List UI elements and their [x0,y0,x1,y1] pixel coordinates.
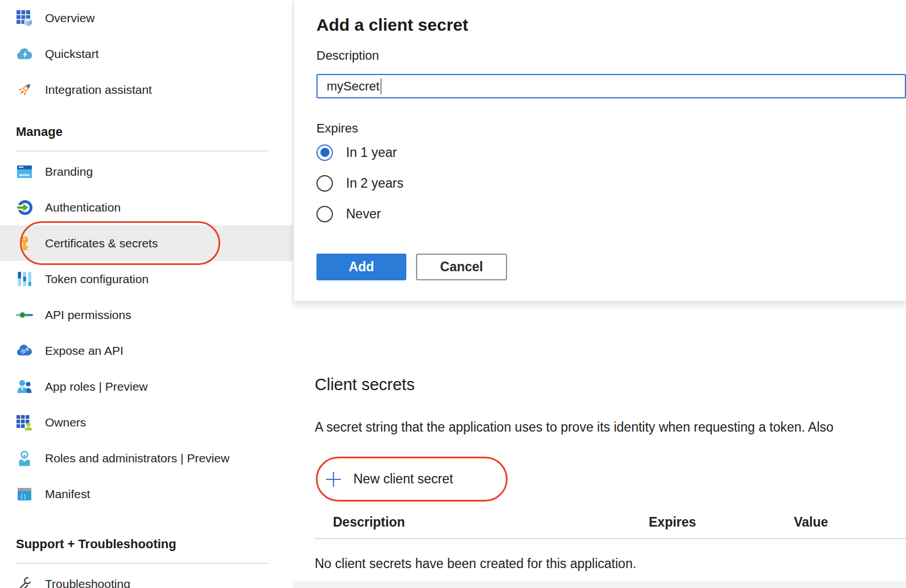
sidebar-item-integration-assistant[interactable]: Integration assistant [0,72,293,107]
sidebar-item-label: Token configuration [45,272,149,286]
description-input[interactable]: mySecret [316,74,906,98]
sidebar-item-label: Expose an API [45,344,123,358]
empty-state-message: No client secrets have been created for … [315,556,906,572]
sidebar-item-label: Manifest [45,487,90,501]
sidebar-item-authentication[interactable]: Authentication [0,189,293,225]
column-header-value: Value [794,515,906,530]
radio-option-in-1-year[interactable]: In 1 year [316,137,906,168]
key-icon [16,235,33,252]
client-secrets-heading: Client secrets [315,375,906,394]
svg-text:{ }: { } [21,493,26,499]
app-roles-icon [16,378,33,395]
sidebar-item-label: Overview [45,11,95,25]
owners-icon [16,414,33,431]
troubleshooting-icon [16,575,33,588]
add-button[interactable]: Add [316,254,406,280]
radio-button[interactable] [316,206,333,222]
sidebar-item-roles-administrators[interactable]: Roles and administrators | Preview [0,440,293,476]
sidebar-section-support: Support + Troubleshooting [0,535,293,554]
api-permissions-icon [16,307,33,324]
sidebar-divider [16,151,269,151]
expires-radio-group: In 1 year In 2 years Never [316,137,906,229]
branding-icon: www [16,163,33,180]
radio-option-in-2-years[interactable]: In 2 years [316,168,906,198]
cancel-button[interactable]: Cancel [416,254,507,280]
sidebar-item-label: Roles and administrators | Preview [45,452,229,465]
dialog-title: Add a client secret [316,15,906,35]
client-secrets-section: Client secrets A secret string that the … [293,302,906,588]
plus-icon [325,471,342,488]
description-input-value: mySecret [327,79,380,94]
sidebar-item-owners[interactable]: Owners [0,404,293,440]
token-configuration-icon [16,271,33,288]
column-header-description: Description [315,515,649,530]
radio-button[interactable] [316,175,333,192]
sidebar-item-label: Certificates & secrets [45,237,158,250]
roles-administrators-icon [16,450,33,467]
sidebar: Overview Quickstart Integrat [0,0,293,588]
text-cursor [381,78,382,94]
sidebar-item-token-configuration[interactable]: Token configuration [0,261,293,297]
svg-text:www: www [18,172,30,177]
radio-option-never[interactable]: Never [316,198,906,229]
overview-icon [16,10,33,27]
sidebar-item-label: Integration assistant [45,83,152,97]
sidebar-section-manage: Manage [0,122,293,142]
sidebar-item-branding[interactable]: www Branding [0,154,293,189]
sidebar-item-expose-api[interactable]: Expose an API [0,333,293,368]
sidebar-item-overview[interactable]: Overview [0,0,293,36]
new-client-secret-button[interactable]: New client secret [325,471,453,488]
expires-label: Expires [316,121,906,136]
sidebar-item-label: App roles | Preview [45,380,148,394]
sidebar-item-label: Owners [45,416,86,429]
sidebar-item-quickstart[interactable]: Quickstart [0,36,293,72]
column-header-expires: Expires [649,515,794,530]
quickstart-icon [16,45,33,63]
description-label: Description [316,48,906,63]
annotation-oval-new-client-secret: New client secret [316,457,508,502]
integration-assistant-icon [16,81,33,98]
add-client-secret-dialog: Add a client secret Description mySecret… [293,0,906,302]
bottom-strip [293,581,906,588]
sidebar-item-label: API permissions [45,308,131,322]
sidebar-divider [16,563,269,564]
sidebar-item-certificates-secrets[interactable]: Certificates & secrets [0,225,293,261]
sidebar-item-app-roles[interactable]: App roles | Preview [0,368,293,404]
new-client-secret-label: New client secret [353,471,453,487]
sidebar-item-label: Authentication [45,201,121,214]
sidebar-item-label: Quickstart [45,47,99,61]
sidebar-item-troubleshooting[interactable]: Troubleshooting [0,566,293,588]
sidebar-item-api-permissions[interactable]: API permissions [0,297,293,333]
client-secrets-description: A secret string that the application use… [315,420,906,435]
dialog-buttons: Add Cancel [316,254,906,280]
authentication-icon [16,199,33,216]
manifest-icon: { } [16,486,33,503]
client-secrets-table-header: Description Expires Value [315,514,906,530]
sidebar-item-label: Branding [45,165,93,179]
sidebar-item-manifest[interactable]: { } Manifest [0,476,293,512]
expose-api-icon [16,342,33,359]
radio-button-selected[interactable] [316,144,333,161]
table-header-divider [315,538,906,539]
sidebar-item-label: Troubleshooting [45,577,130,588]
